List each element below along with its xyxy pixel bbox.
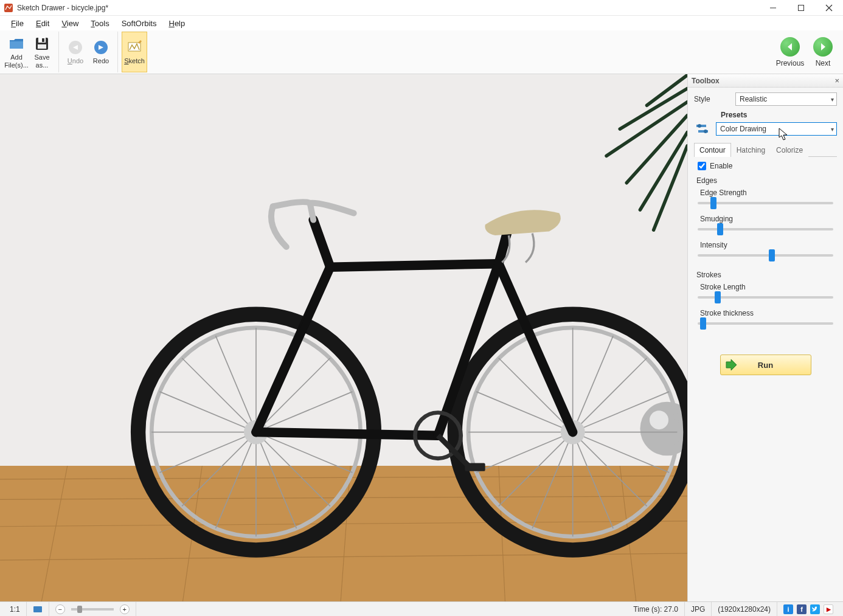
- svg-rect-8: [42, 38, 44, 42]
- svg-point-83: [698, 124, 701, 128]
- sketch-label: Sketch: [124, 57, 145, 64]
- next-button[interactable]: Next: [807, 32, 839, 72]
- menu-tools[interactable]: Tools: [85, 18, 115, 29]
- undo-label: Undo: [68, 57, 83, 64]
- app-icon: [4, 3, 13, 13]
- enable-label: Enable: [710, 162, 732, 170]
- presets-label: Presets: [721, 111, 837, 119]
- toolbox-tabs: Contour Hatching Colorize: [694, 142, 837, 157]
- menu-help[interactable]: Help: [162, 18, 191, 29]
- svg-rect-5: [10, 41, 23, 49]
- previous-icon: [780, 37, 800, 57]
- toolbox-panel: Toolbox × Style Realistic ▾ Presets Colo…: [687, 74, 843, 601]
- smudging-slider[interactable]: [698, 224, 833, 234]
- svg-rect-80: [465, 463, 485, 471]
- zoom-in-button[interactable]: +: [120, 604, 130, 614]
- stroke-thickness-label: Stroke thickness: [700, 309, 837, 317]
- window-title: Sketch Drawer - bicycle.jpg*: [17, 4, 759, 12]
- titlebar: Sketch Drawer - bicycle.jpg*: [0, 0, 843, 16]
- chevron-down-icon: ▾: [831, 96, 834, 103]
- redo-label: Redo: [93, 57, 109, 64]
- toolbox-header: Toolbox ×: [688, 74, 843, 88]
- run-button[interactable]: Run: [720, 355, 811, 375]
- style-value: Realistic: [740, 95, 767, 103]
- smudging-label: Smudging: [700, 215, 837, 223]
- tab-colorize[interactable]: Colorize: [771, 143, 808, 157]
- twitter-icon[interactable]: [810, 604, 820, 614]
- toolbox-title: Toolbox: [692, 77, 720, 85]
- svg-rect-12: [128, 43, 140, 51]
- stroke-length-label: Stroke Length: [700, 283, 837, 291]
- svg-point-85: [704, 130, 707, 133]
- tab-hatching[interactable]: Hatching: [731, 143, 771, 157]
- sketch-icon: [126, 39, 143, 56]
- edges-heading: Edges: [696, 176, 837, 185]
- style-select[interactable]: Realistic ▾: [735, 92, 837, 106]
- save-as-button[interactable]: Save as...: [29, 32, 55, 72]
- canvas-area[interactable]: [0, 74, 687, 601]
- menu-edit[interactable]: Edit: [30, 18, 55, 29]
- statusbar: 1:1 − + Time (s): 27.0 JPG (1920x1280x24…: [0, 601, 843, 616]
- info-icon[interactable]: i: [783, 604, 793, 614]
- window-controls: [759, 0, 843, 16]
- next-label: Next: [816, 59, 831, 67]
- svg-rect-2: [799, 5, 804, 10]
- tab-contour[interactable]: Contour: [694, 143, 731, 157]
- stroke-thickness-slider[interactable]: [698, 319, 833, 328]
- status-dimensions: (1920x1280x24): [712, 602, 777, 616]
- enable-checkbox[interactable]: [698, 162, 706, 170]
- preset-select[interactable]: Color Drawing ▾: [716, 122, 837, 136]
- stroke-length-slider[interactable]: [698, 292, 833, 302]
- menu-file[interactable]: File: [5, 18, 30, 29]
- menu-softorbits[interactable]: SoftOrbits: [116, 18, 163, 29]
- svg-rect-86: [33, 606, 42, 612]
- redo-button[interactable]: Redo: [88, 32, 114, 72]
- youtube-icon[interactable]: ▶: [824, 604, 833, 614]
- zoom-out-button[interactable]: −: [55, 604, 65, 614]
- run-arrow-icon: [724, 358, 738, 372]
- save-icon: [33, 35, 50, 52]
- edge-strength-label: Edge Strength: [700, 189, 837, 197]
- redo-icon: [92, 39, 109, 56]
- status-time: Time (s): 27.0: [627, 602, 685, 616]
- canvas-image: [0, 74, 687, 601]
- svg-line-73: [256, 432, 438, 436]
- undo-icon: [67, 39, 84, 56]
- save-as-label: Save as...: [30, 54, 54, 68]
- facebook-icon[interactable]: f: [797, 604, 807, 614]
- edge-strength-slider[interactable]: [698, 198, 833, 208]
- svg-point-31: [650, 410, 668, 429]
- minimize-button[interactable]: [759, 0, 787, 16]
- zoom-slider[interactable]: [71, 608, 114, 611]
- previous-button[interactable]: Previous: [774, 32, 807, 72]
- fit-screen-button[interactable]: [27, 602, 49, 616]
- intensity-slider[interactable]: [698, 251, 833, 260]
- presets-icon: [694, 120, 711, 137]
- zoom-ratio[interactable]: 1:1: [4, 602, 27, 616]
- sketch-button[interactable]: Sketch: [122, 32, 147, 72]
- svg-line-71: [330, 264, 499, 268]
- folder-add-icon: [8, 35, 25, 52]
- toolbar: Add File(s)... Save as... Undo Redo: [0, 30, 843, 74]
- main-area: Toolbox × Style Realistic ▾ Presets Colo…: [0, 74, 843, 601]
- style-label: Style: [694, 95, 735, 103]
- intensity-label: Intensity: [700, 241, 837, 249]
- maximize-button[interactable]: [787, 0, 815, 16]
- menu-view[interactable]: View: [55, 18, 85, 29]
- add-files-label: Add File(s)...: [4, 54, 29, 68]
- svg-rect-0: [4, 4, 13, 12]
- chevron-down-icon: ▾: [831, 126, 834, 133]
- toolbox-close-icon[interactable]: ×: [834, 76, 839, 85]
- status-format: JPG: [685, 602, 712, 616]
- previous-label: Previous: [776, 59, 805, 67]
- next-icon: [813, 37, 833, 57]
- preset-value: Color Drawing: [720, 125, 766, 133]
- add-files-button[interactable]: Add File(s)...: [4, 32, 29, 72]
- run-label: Run: [758, 361, 773, 370]
- svg-rect-9: [38, 44, 46, 49]
- undo-button[interactable]: Undo: [63, 32, 88, 72]
- strokes-heading: Strokes: [696, 271, 837, 279]
- menubar: File Edit View Tools SoftOrbits Help: [0, 16, 843, 30]
- close-button[interactable]: [815, 0, 843, 16]
